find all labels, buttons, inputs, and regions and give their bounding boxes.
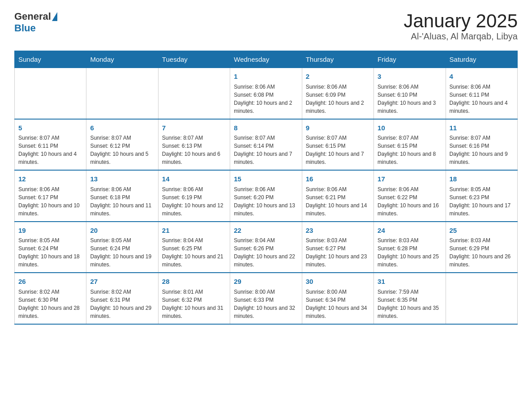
day-number: 29 bbox=[234, 277, 298, 287]
day-info: Sunrise: 8:04 AMSunset: 6:26 PMDaylight:… bbox=[234, 236, 298, 269]
calendar-day-cell: 1Sunrise: 8:06 AMSunset: 6:08 PMDaylight… bbox=[230, 68, 302, 119]
day-number: 19 bbox=[18, 226, 82, 236]
day-number: 26 bbox=[18, 277, 82, 287]
day-info: Sunrise: 8:06 AMSunset: 6:22 PMDaylight:… bbox=[378, 185, 442, 218]
day-of-week-header: Sunday bbox=[15, 51, 86, 68]
day-info: Sunrise: 8:06 AMSunset: 6:08 PMDaylight:… bbox=[234, 83, 298, 115]
day-of-week-header: Thursday bbox=[302, 51, 373, 68]
calendar-day-cell: 10Sunrise: 8:07 AMSunset: 6:15 PMDayligh… bbox=[374, 119, 446, 171]
calendar-subtitle: Al-'Aluas, Al Marqab, Libya bbox=[403, 31, 518, 42]
day-number: 5 bbox=[18, 123, 82, 133]
day-number: 24 bbox=[378, 226, 442, 236]
calendar-day-cell bbox=[86, 68, 158, 119]
calendar-day-cell bbox=[158, 68, 230, 119]
day-info: Sunrise: 8:03 AMSunset: 6:29 PMDaylight:… bbox=[450, 236, 514, 269]
day-info: Sunrise: 8:06 AMSunset: 6:10 PMDaylight:… bbox=[378, 83, 442, 115]
day-info: Sunrise: 8:05 AMSunset: 6:23 PMDaylight:… bbox=[450, 185, 514, 218]
calendar-day-cell: 2Sunrise: 8:06 AMSunset: 6:09 PMDaylight… bbox=[302, 68, 373, 119]
calendar-day-cell: 9Sunrise: 8:07 AMSunset: 6:15 PMDaylight… bbox=[302, 119, 373, 171]
calendar-title: January 2025 bbox=[403, 11, 518, 31]
day-number: 9 bbox=[306, 123, 370, 133]
day-number: 14 bbox=[162, 174, 226, 184]
day-info: Sunrise: 8:06 AMSunset: 6:09 PMDaylight:… bbox=[306, 83, 370, 115]
day-info: Sunrise: 8:06 AMSunset: 6:19 PMDaylight:… bbox=[162, 185, 226, 218]
calendar-day-cell: 6Sunrise: 8:07 AMSunset: 6:12 PMDaylight… bbox=[86, 119, 158, 171]
day-info: Sunrise: 8:03 AMSunset: 6:28 PMDaylight:… bbox=[378, 236, 442, 269]
calendar-day-cell: 17Sunrise: 8:06 AMSunset: 6:22 PMDayligh… bbox=[374, 170, 446, 222]
logo-triangle-icon bbox=[52, 12, 57, 21]
day-number: 11 bbox=[450, 123, 514, 133]
day-of-week-header: Wednesday bbox=[230, 51, 302, 68]
day-number: 6 bbox=[90, 123, 154, 133]
calendar-day-cell: 15Sunrise: 8:06 AMSunset: 6:20 PMDayligh… bbox=[230, 170, 302, 222]
day-number: 15 bbox=[234, 174, 298, 184]
day-info: Sunrise: 8:01 AMSunset: 6:32 PMDaylight:… bbox=[162, 288, 226, 320]
calendar-day-cell: 13Sunrise: 8:06 AMSunset: 6:18 PMDayligh… bbox=[86, 170, 158, 222]
calendar-table: SundayMondayTuesdayWednesdayThursdayFrid… bbox=[14, 51, 518, 325]
calendar-day-cell: 16Sunrise: 8:06 AMSunset: 6:21 PMDayligh… bbox=[302, 170, 373, 222]
calendar-day-cell: 14Sunrise: 8:06 AMSunset: 6:19 PMDayligh… bbox=[158, 170, 230, 222]
calendar-week-row: 26Sunrise: 8:02 AMSunset: 6:30 PMDayligh… bbox=[15, 273, 518, 324]
logo: General Blue bbox=[14, 11, 57, 34]
day-info: Sunrise: 8:04 AMSunset: 6:25 PMDaylight:… bbox=[162, 236, 226, 269]
day-number: 7 bbox=[162, 123, 226, 133]
day-number: 28 bbox=[162, 277, 226, 287]
day-info: Sunrise: 7:59 AMSunset: 6:35 PMDaylight:… bbox=[378, 288, 442, 320]
calendar-day-cell: 27Sunrise: 8:02 AMSunset: 6:31 PMDayligh… bbox=[86, 273, 158, 324]
calendar-week-row: 5Sunrise: 8:07 AMSunset: 6:11 PMDaylight… bbox=[15, 119, 518, 171]
day-of-week-header: Monday bbox=[86, 51, 158, 68]
logo-general-text: General bbox=[14, 11, 51, 22]
day-number: 23 bbox=[306, 226, 370, 236]
calendar-day-cell: 4Sunrise: 8:06 AMSunset: 6:11 PMDaylight… bbox=[446, 68, 517, 119]
day-info: Sunrise: 8:00 AMSunset: 6:33 PMDaylight:… bbox=[234, 288, 298, 320]
day-info: Sunrise: 8:07 AMSunset: 6:11 PMDaylight:… bbox=[18, 134, 82, 166]
day-number: 22 bbox=[234, 226, 298, 236]
calendar-day-cell: 21Sunrise: 8:04 AMSunset: 6:25 PMDayligh… bbox=[158, 222, 230, 273]
day-info: Sunrise: 8:02 AMSunset: 6:30 PMDaylight:… bbox=[18, 288, 82, 320]
day-info: Sunrise: 8:07 AMSunset: 6:13 PMDaylight:… bbox=[162, 134, 226, 166]
calendar-day-cell: 5Sunrise: 8:07 AMSunset: 6:11 PMDaylight… bbox=[15, 119, 86, 171]
day-number: 3 bbox=[378, 72, 442, 82]
calendar-day-cell: 19Sunrise: 8:05 AMSunset: 6:24 PMDayligh… bbox=[15, 222, 86, 273]
day-number: 4 bbox=[450, 72, 514, 82]
calendar-day-cell: 7Sunrise: 8:07 AMSunset: 6:13 PMDaylight… bbox=[158, 119, 230, 171]
calendar-day-cell: 3Sunrise: 8:06 AMSunset: 6:10 PMDaylight… bbox=[374, 68, 446, 119]
calendar-day-cell: 23Sunrise: 8:03 AMSunset: 6:27 PMDayligh… bbox=[302, 222, 373, 273]
day-number: 12 bbox=[18, 174, 82, 184]
calendar-header-row: SundayMondayTuesdayWednesdayThursdayFrid… bbox=[15, 51, 518, 68]
day-number: 13 bbox=[90, 174, 154, 184]
day-info: Sunrise: 8:00 AMSunset: 6:34 PMDaylight:… bbox=[306, 288, 370, 320]
day-info: Sunrise: 8:03 AMSunset: 6:27 PMDaylight:… bbox=[306, 236, 370, 269]
calendar-day-cell: 30Sunrise: 8:00 AMSunset: 6:34 PMDayligh… bbox=[302, 273, 373, 324]
calendar-day-cell bbox=[15, 68, 86, 119]
day-number: 10 bbox=[378, 123, 442, 133]
page-header: General Blue January 2025 Al-'Aluas, Al … bbox=[14, 11, 518, 42]
day-number: 31 bbox=[378, 277, 442, 287]
day-number: 25 bbox=[450, 226, 514, 236]
calendar-day-cell: 8Sunrise: 8:07 AMSunset: 6:14 PMDaylight… bbox=[230, 119, 302, 171]
day-info: Sunrise: 8:02 AMSunset: 6:31 PMDaylight:… bbox=[90, 288, 154, 320]
day-number: 27 bbox=[90, 277, 154, 287]
calendar-day-cell bbox=[446, 273, 517, 324]
day-number: 18 bbox=[450, 174, 514, 184]
day-number: 2 bbox=[306, 72, 370, 82]
day-info: Sunrise: 8:06 AMSunset: 6:18 PMDaylight:… bbox=[90, 185, 154, 218]
day-info: Sunrise: 8:06 AMSunset: 6:20 PMDaylight:… bbox=[234, 185, 298, 218]
title-block: January 2025 Al-'Aluas, Al Marqab, Libya bbox=[403, 11, 518, 42]
calendar-day-cell: 18Sunrise: 8:05 AMSunset: 6:23 PMDayligh… bbox=[446, 170, 517, 222]
calendar-day-cell: 28Sunrise: 8:01 AMSunset: 6:32 PMDayligh… bbox=[158, 273, 230, 324]
day-number: 1 bbox=[234, 72, 298, 82]
day-of-week-header: Saturday bbox=[446, 51, 517, 68]
day-number: 8 bbox=[234, 123, 298, 133]
day-number: 16 bbox=[306, 174, 370, 184]
day-info: Sunrise: 8:06 AMSunset: 6:21 PMDaylight:… bbox=[306, 185, 370, 218]
calendar-day-cell: 20Sunrise: 8:05 AMSunset: 6:24 PMDayligh… bbox=[86, 222, 158, 273]
calendar-week-row: 12Sunrise: 8:06 AMSunset: 6:17 PMDayligh… bbox=[15, 170, 518, 222]
day-number: 21 bbox=[162, 226, 226, 236]
day-number: 20 bbox=[90, 226, 154, 236]
day-info: Sunrise: 8:07 AMSunset: 6:15 PMDaylight:… bbox=[378, 134, 442, 166]
calendar-day-cell: 26Sunrise: 8:02 AMSunset: 6:30 PMDayligh… bbox=[15, 273, 86, 324]
calendar-week-row: 19Sunrise: 8:05 AMSunset: 6:24 PMDayligh… bbox=[15, 222, 518, 273]
day-number: 17 bbox=[378, 174, 442, 184]
day-of-week-header: Tuesday bbox=[158, 51, 230, 68]
